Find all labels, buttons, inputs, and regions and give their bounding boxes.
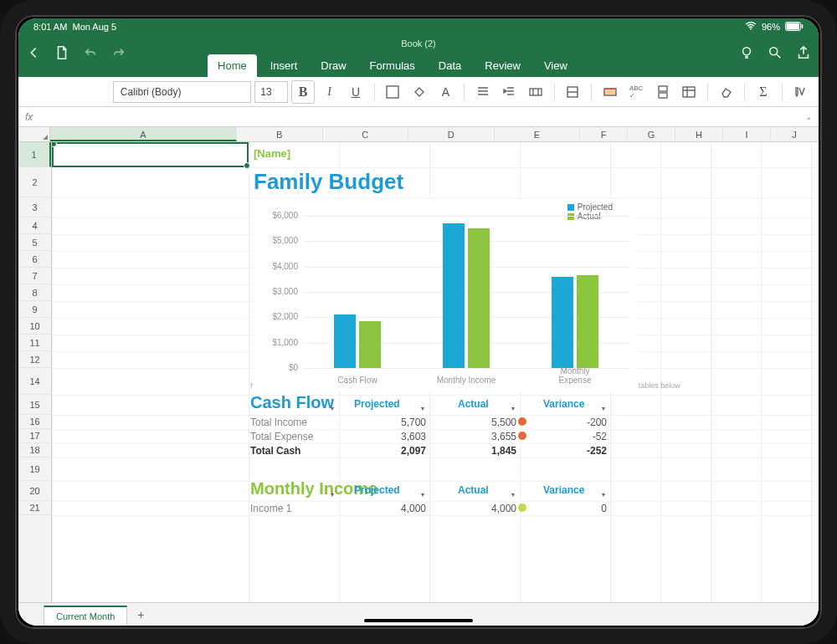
undo-icon[interactable] bbox=[82, 44, 99, 61]
cash-flow-header-1: Actual bbox=[458, 398, 489, 410]
row-header-18[interactable]: 18 bbox=[18, 443, 51, 457]
formula-bar[interactable]: fx ⌄ bbox=[18, 107, 819, 127]
row-header-15[interactable]: 15 bbox=[18, 395, 51, 415]
col-header-E[interactable]: E bbox=[495, 127, 581, 141]
sort-filter-button[interactable] bbox=[789, 80, 812, 104]
formula-expand-icon[interactable]: ⌄ bbox=[805, 112, 812, 121]
row-header-8[interactable]: 8 bbox=[18, 284, 51, 301]
cash-flow-projected-2: 2,097 bbox=[398, 445, 426, 457]
ribbon-tab-view[interactable]: View bbox=[534, 54, 578, 77]
budget-chart[interactable]: ProjectedActual$0$1,000$2,000$3,000$4,00… bbox=[253, 199, 638, 391]
underline-button[interactable]: U bbox=[344, 80, 367, 104]
battery-pct: 96% bbox=[762, 22, 780, 32]
font-color-button[interactable]: A bbox=[434, 80, 457, 104]
chart-bar bbox=[577, 275, 598, 368]
table-button[interactable] bbox=[677, 80, 700, 104]
col-header-C[interactable]: C bbox=[323, 127, 409, 141]
filter-arrow[interactable]: ▾ bbox=[508, 403, 518, 413]
status-dot bbox=[518, 503, 526, 512]
filter-arrow[interactable]: ▾ bbox=[508, 489, 518, 499]
cash-flow-header-0: Projected bbox=[354, 398, 400, 410]
redo-icon[interactable] bbox=[110, 44, 127, 61]
file-icon[interactable] bbox=[54, 44, 70, 61]
chart-bar bbox=[468, 228, 490, 368]
filter-arrow[interactable]: ▾ bbox=[327, 489, 337, 499]
italic-button[interactable]: I bbox=[318, 80, 341, 104]
ribbon-tab-formulas[interactable]: Formulas bbox=[360, 54, 425, 77]
col-header-B[interactable]: B bbox=[237, 127, 323, 141]
merge-button[interactable] bbox=[524, 80, 547, 104]
sheet-tab-add[interactable]: + bbox=[129, 604, 152, 626]
cash-flow-projected-1: 3,603 bbox=[398, 431, 426, 442]
svg-rect-2 bbox=[787, 23, 800, 29]
svg-point-5 bbox=[770, 48, 778, 55]
autosum-button[interactable]: Σ bbox=[752, 80, 774, 104]
indent-button[interactable] bbox=[498, 80, 521, 104]
ribbon-tab-data[interactable]: Data bbox=[429, 54, 471, 77]
spreadsheet-grid[interactable]: ABCDEFGHIJ 12345678910111214151617181920… bbox=[18, 127, 819, 602]
row-header-16[interactable]: 16 bbox=[18, 415, 51, 429]
row-header-2[interactable]: 2 bbox=[18, 167, 51, 197]
cash-flow-row-label-1: Total Expense bbox=[250, 431, 313, 442]
insert-cells-button[interactable] bbox=[651, 80, 674, 104]
filter-arrow[interactable]: ▾ bbox=[598, 403, 608, 413]
align-button[interactable] bbox=[471, 80, 494, 104]
home-indicator[interactable] bbox=[364, 619, 473, 622]
ribbon-tab-insert[interactable]: Insert bbox=[260, 54, 308, 77]
filter-arrow[interactable]: ▾ bbox=[418, 403, 428, 413]
filter-arrow[interactable]: ▾ bbox=[418, 489, 428, 499]
row-header-11[interactable]: 11 bbox=[18, 335, 51, 351]
fill-color-button[interactable] bbox=[408, 80, 430, 104]
row-header-10[interactable]: 10 bbox=[18, 318, 51, 335]
ribbon-tab-home[interactable]: Home bbox=[208, 54, 257, 77]
back-icon[interactable] bbox=[25, 44, 42, 61]
row-header-14[interactable]: 14 bbox=[18, 368, 51, 395]
col-header-G[interactable]: G bbox=[628, 127, 675, 141]
col-header-F[interactable]: F bbox=[580, 127, 628, 141]
abc-button[interactable]: ABC✓ bbox=[624, 80, 647, 104]
filter-arrow[interactable]: ▾ bbox=[327, 403, 337, 413]
sheet-tab-current[interactable]: Current Month bbox=[44, 606, 127, 626]
ribbon-tab-draw[interactable]: Draw bbox=[311, 54, 356, 77]
row-header-19[interactable]: 19 bbox=[18, 457, 51, 481]
cell-styles-button[interactable] bbox=[598, 80, 621, 104]
cash-flow-actual-2: 1,845 bbox=[488, 445, 516, 457]
border-button[interactable] bbox=[382, 80, 404, 104]
clear-button[interactable] bbox=[715, 80, 737, 104]
col-header-I[interactable]: I bbox=[723, 127, 771, 141]
row-header-20[interactable]: 20 bbox=[18, 481, 51, 501]
chart-xlabel: Cash Flow bbox=[337, 376, 377, 385]
col-header-H[interactable]: H bbox=[675, 127, 723, 141]
filter-arrow[interactable]: ▾ bbox=[598, 489, 608, 499]
row-header-9[interactable]: 9 bbox=[18, 301, 51, 318]
share-icon[interactable] bbox=[795, 44, 812, 61]
row-header-3[interactable]: 3 bbox=[18, 197, 51, 217]
bold-button[interactable]: B bbox=[291, 80, 315, 104]
font-name-select[interactable] bbox=[113, 81, 251, 103]
row-header-21[interactable]: 21 bbox=[18, 501, 51, 515]
row-header-6[interactable]: 6 bbox=[18, 251, 51, 268]
status-dot bbox=[518, 417, 526, 426]
col-header-A[interactable]: A bbox=[50, 127, 237, 141]
chart-bar bbox=[359, 321, 381, 368]
cash-flow-row-label-2: Total Cash bbox=[250, 445, 300, 457]
search-header-icon[interactable] bbox=[767, 44, 783, 61]
col-header-D[interactable]: D bbox=[408, 127, 495, 141]
row-header-7[interactable]: 7 bbox=[18, 268, 51, 284]
cash-flow-variance-2: -252 bbox=[583, 445, 607, 457]
row-header-12[interactable]: 12 bbox=[18, 351, 51, 368]
select-all-corner[interactable] bbox=[18, 127, 50, 141]
row-header-5[interactable]: 5 bbox=[18, 234, 51, 251]
font-size-input[interactable] bbox=[254, 81, 288, 103]
lightbulb-icon[interactable] bbox=[738, 44, 755, 61]
row-header-4[interactable]: 4 bbox=[18, 217, 51, 234]
svg-point-4 bbox=[742, 48, 750, 55]
active-cell bbox=[52, 142, 249, 167]
col-header-J[interactable]: J bbox=[771, 127, 819, 141]
number-format-button[interactable] bbox=[562, 80, 584, 104]
row-header-1[interactable]: 1 bbox=[18, 142, 51, 167]
row-header-17[interactable]: 17 bbox=[18, 429, 51, 443]
svg-rect-11 bbox=[659, 93, 667, 98]
chart-ytick: $5,000 bbox=[264, 236, 298, 245]
ribbon-tab-review[interactable]: Review bbox=[475, 54, 531, 77]
